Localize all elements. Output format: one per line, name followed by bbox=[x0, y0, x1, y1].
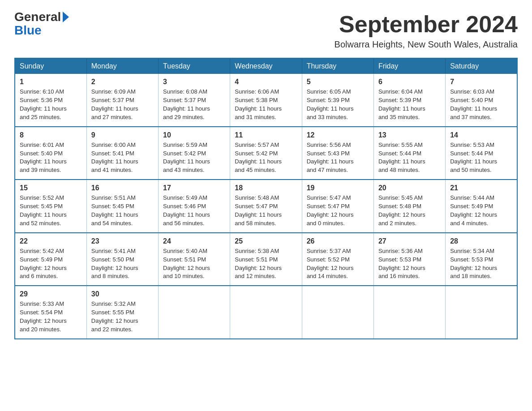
day-number: 10 bbox=[163, 130, 225, 140]
calendar-table: SundayMondayTuesdayWednesdayThursdayFrid… bbox=[14, 58, 518, 339]
calendar-day-cell: 17 Sunrise: 5:49 AMSunset: 5:46 PMDaylig… bbox=[159, 180, 230, 233]
day-info: Sunrise: 5:36 AMSunset: 5:53 PMDaylight:… bbox=[378, 248, 425, 280]
calendar-day-header: Saturday bbox=[446, 58, 517, 74]
day-number: 28 bbox=[450, 236, 512, 246]
calendar-day-header: Monday bbox=[86, 58, 158, 74]
day-number: 16 bbox=[91, 183, 154, 193]
day-info: Sunrise: 5:57 AMSunset: 5:42 PMDaylight:… bbox=[235, 141, 282, 174]
calendar-day-cell: 26 Sunrise: 5:37 AMSunset: 5:52 PMDaylig… bbox=[302, 233, 373, 286]
day-number: 18 bbox=[235, 183, 297, 193]
logo-general-text: General bbox=[14, 11, 61, 23]
calendar-day-cell: 24 Sunrise: 5:40 AMSunset: 5:51 PMDaylig… bbox=[159, 233, 230, 286]
day-number: 29 bbox=[20, 289, 82, 299]
calendar-day-cell: 10 Sunrise: 5:59 AMSunset: 5:42 PMDaylig… bbox=[159, 127, 230, 180]
day-number: 27 bbox=[378, 236, 441, 246]
calendar-header-row: SundayMondayTuesdayWednesdayThursdayFrid… bbox=[15, 58, 517, 74]
calendar-day-cell: 21 Sunrise: 5:44 AMSunset: 5:49 PMDaylig… bbox=[446, 180, 517, 233]
calendar-day-cell: 8 Sunrise: 6:01 AMSunset: 5:40 PMDayligh… bbox=[15, 127, 86, 180]
calendar-day-header: Friday bbox=[373, 58, 445, 74]
calendar-day-cell: 2 Sunrise: 6:09 AMSunset: 5:37 PMDayligh… bbox=[86, 74, 158, 127]
day-info: Sunrise: 6:10 AMSunset: 5:36 PMDaylight:… bbox=[20, 88, 67, 120]
day-number: 13 bbox=[378, 130, 441, 140]
day-number: 5 bbox=[307, 77, 369, 87]
day-info: Sunrise: 5:55 AMSunset: 5:44 PMDaylight:… bbox=[378, 141, 425, 174]
calendar-day-cell: 19 Sunrise: 5:47 AMSunset: 5:47 PMDaylig… bbox=[302, 180, 373, 233]
day-number: 17 bbox=[163, 183, 225, 193]
logo-blue-text: Blue bbox=[14, 23, 42, 38]
day-number: 3 bbox=[163, 77, 225, 87]
day-info: Sunrise: 5:34 AMSunset: 5:53 PMDaylight:… bbox=[450, 248, 497, 280]
day-info: Sunrise: 5:59 AMSunset: 5:42 PMDaylight:… bbox=[163, 141, 210, 174]
day-info: Sunrise: 5:42 AMSunset: 5:49 PMDaylight:… bbox=[20, 248, 67, 280]
calendar-week-row: 22 Sunrise: 5:42 AMSunset: 5:49 PMDaylig… bbox=[15, 233, 517, 286]
calendar-day-cell: 1 Sunrise: 6:10 AMSunset: 5:36 PMDayligh… bbox=[15, 74, 86, 127]
day-info: Sunrise: 5:51 AMSunset: 5:45 PMDaylight:… bbox=[91, 194, 138, 227]
calendar-day-cell: 15 Sunrise: 5:52 AMSunset: 5:45 PMDaylig… bbox=[15, 180, 86, 233]
logo-arrow-icon bbox=[63, 12, 69, 22]
day-info: Sunrise: 5:44 AMSunset: 5:49 PMDaylight:… bbox=[450, 194, 497, 227]
location-subtitle: Bolwarra Heights, New South Wales, Austr… bbox=[335, 39, 518, 50]
calendar-week-row: 1 Sunrise: 6:10 AMSunset: 5:36 PMDayligh… bbox=[15, 74, 517, 127]
day-number: 1 bbox=[20, 77, 82, 87]
day-number: 9 bbox=[91, 130, 154, 140]
month-title: September 2024 bbox=[335, 11, 518, 38]
day-number: 8 bbox=[20, 130, 82, 140]
day-number: 20 bbox=[378, 183, 441, 193]
calendar-day-cell: 4 Sunrise: 6:06 AMSunset: 5:38 PMDayligh… bbox=[230, 74, 302, 127]
calendar-day-cell: 6 Sunrise: 6:04 AMSunset: 5:39 PMDayligh… bbox=[373, 74, 445, 127]
calendar-day-cell: 23 Sunrise: 5:41 AMSunset: 5:50 PMDaylig… bbox=[86, 233, 158, 286]
day-info: Sunrise: 6:09 AMSunset: 5:37 PMDaylight:… bbox=[91, 88, 138, 120]
day-number: 12 bbox=[307, 130, 369, 140]
day-info: Sunrise: 5:37 AMSunset: 5:52 PMDaylight:… bbox=[307, 248, 354, 280]
calendar-day-cell: 18 Sunrise: 5:48 AMSunset: 5:47 PMDaylig… bbox=[230, 180, 302, 233]
calendar-day-cell: 16 Sunrise: 5:51 AMSunset: 5:45 PMDaylig… bbox=[86, 180, 158, 233]
day-info: Sunrise: 5:56 AMSunset: 5:43 PMDaylight:… bbox=[307, 141, 354, 174]
day-number: 11 bbox=[235, 130, 297, 140]
calendar-day-cell: 27 Sunrise: 5:36 AMSunset: 5:53 PMDaylig… bbox=[373, 233, 445, 286]
day-info: Sunrise: 5:52 AMSunset: 5:45 PMDaylight:… bbox=[20, 194, 67, 227]
calendar-day-cell bbox=[159, 286, 230, 339]
day-number: 25 bbox=[235, 236, 297, 246]
day-info: Sunrise: 5:49 AMSunset: 5:46 PMDaylight:… bbox=[163, 194, 210, 227]
calendar-day-cell bbox=[230, 286, 302, 339]
day-number: 7 bbox=[450, 77, 512, 87]
calendar-day-cell: 25 Sunrise: 5:38 AMSunset: 5:51 PMDaylig… bbox=[230, 233, 302, 286]
calendar-day-cell bbox=[373, 286, 445, 339]
day-info: Sunrise: 5:32 AMSunset: 5:55 PMDaylight:… bbox=[91, 300, 138, 333]
day-info: Sunrise: 5:40 AMSunset: 5:51 PMDaylight:… bbox=[163, 248, 210, 280]
day-info: Sunrise: 5:47 AMSunset: 5:47 PMDaylight:… bbox=[307, 194, 354, 227]
day-info: Sunrise: 6:03 AMSunset: 5:40 PMDaylight:… bbox=[450, 88, 497, 120]
day-info: Sunrise: 6:01 AMSunset: 5:40 PMDaylight:… bbox=[20, 141, 67, 174]
day-info: Sunrise: 5:53 AMSunset: 5:44 PMDaylight:… bbox=[450, 141, 497, 174]
calendar-day-cell: 11 Sunrise: 5:57 AMSunset: 5:42 PMDaylig… bbox=[230, 127, 302, 180]
calendar-day-cell: 9 Sunrise: 6:00 AMSunset: 5:41 PMDayligh… bbox=[86, 127, 158, 180]
day-number: 24 bbox=[163, 236, 225, 246]
day-number: 15 bbox=[20, 183, 82, 193]
day-info: Sunrise: 5:33 AMSunset: 5:54 PMDaylight:… bbox=[20, 300, 67, 333]
calendar-day-header: Tuesday bbox=[159, 58, 230, 74]
calendar-day-cell: 30 Sunrise: 5:32 AMSunset: 5:55 PMDaylig… bbox=[86, 286, 158, 339]
calendar-day-header: Thursday bbox=[302, 58, 373, 74]
right-header: September 2024 Bolwarra Heights, New Sou… bbox=[335, 11, 518, 55]
day-number: 21 bbox=[450, 183, 512, 193]
day-number: 6 bbox=[378, 77, 441, 87]
day-number: 26 bbox=[307, 236, 369, 246]
day-info: Sunrise: 5:45 AMSunset: 5:48 PMDaylight:… bbox=[378, 194, 425, 227]
day-number: 14 bbox=[450, 130, 512, 140]
calendar-day-cell: 14 Sunrise: 5:53 AMSunset: 5:44 PMDaylig… bbox=[446, 127, 517, 180]
logo: General Blue bbox=[14, 11, 70, 38]
day-info: Sunrise: 6:00 AMSunset: 5:41 PMDaylight:… bbox=[91, 141, 138, 174]
calendar-day-cell: 5 Sunrise: 6:05 AMSunset: 5:39 PMDayligh… bbox=[302, 74, 373, 127]
calendar-day-cell bbox=[302, 286, 373, 339]
day-info: Sunrise: 6:08 AMSunset: 5:37 PMDaylight:… bbox=[163, 88, 210, 120]
calendar-day-cell: 7 Sunrise: 6:03 AMSunset: 5:40 PMDayligh… bbox=[446, 74, 517, 127]
day-info: Sunrise: 5:38 AMSunset: 5:51 PMDaylight:… bbox=[235, 248, 282, 280]
calendar-day-header: Wednesday bbox=[230, 58, 302, 74]
calendar-day-cell: 28 Sunrise: 5:34 AMSunset: 5:53 PMDaylig… bbox=[446, 233, 517, 286]
day-number: 22 bbox=[20, 236, 82, 246]
calendar-week-row: 29 Sunrise: 5:33 AMSunset: 5:54 PMDaylig… bbox=[15, 286, 517, 339]
day-number: 23 bbox=[91, 236, 154, 246]
page-header: General Blue September 2024 Bolwarra Hei… bbox=[14, 11, 518, 55]
calendar-day-cell: 12 Sunrise: 5:56 AMSunset: 5:43 PMDaylig… bbox=[302, 127, 373, 180]
day-number: 30 bbox=[91, 289, 154, 299]
